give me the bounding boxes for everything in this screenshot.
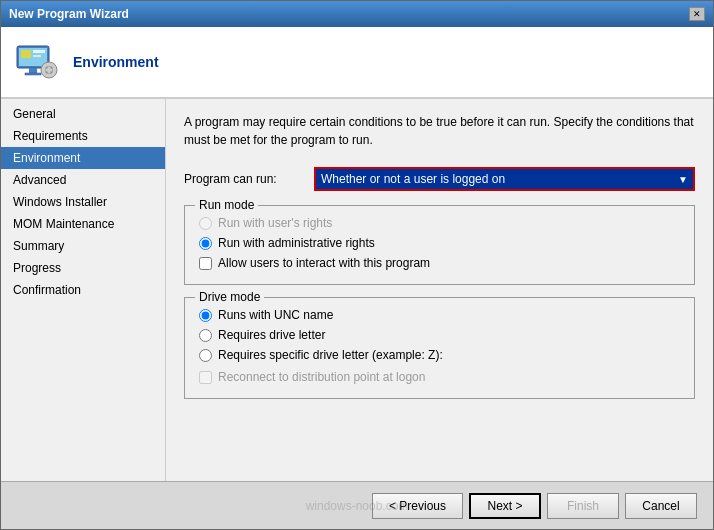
header-title: Environment xyxy=(73,54,159,70)
main-content: General Requirements Environment Advance… xyxy=(1,99,713,481)
title-bar-controls: ✕ xyxy=(689,7,705,21)
drive-mode-letter-row: Requires drive letter xyxy=(199,328,680,342)
run-mode-group: Run mode Run with user's rights Run with… xyxy=(184,205,695,285)
sidebar-item-progress[interactable]: Progress xyxy=(1,257,165,279)
environment-icon xyxy=(15,40,59,84)
sidebar-item-mom-maintenance[interactable]: MOM Maintenance xyxy=(1,213,165,235)
sidebar-item-advanced[interactable]: Advanced xyxy=(1,169,165,191)
allow-interact-row: Allow users to interact with this progra… xyxy=(199,256,680,270)
sidebar-item-environment[interactable]: Environment xyxy=(1,147,165,169)
sidebar: General Requirements Environment Advance… xyxy=(1,99,166,481)
sidebar-item-summary[interactable]: Summary xyxy=(1,235,165,257)
svg-rect-3 xyxy=(33,50,45,53)
sidebar-item-general[interactable]: General xyxy=(1,103,165,125)
wizard-window: New Program Wizard ✕ xyxy=(0,0,714,530)
run-admin-rights-label: Run with administrative rights xyxy=(218,236,375,250)
footer: windows-noob.com < Previous Next > Finis… xyxy=(1,481,713,529)
cancel-button[interactable]: Cancel xyxy=(625,493,697,519)
sidebar-item-confirmation[interactable]: Confirmation xyxy=(1,279,165,301)
allow-interact-label: Allow users to interact with this progra… xyxy=(218,256,430,270)
description-text: A program may require certain conditions… xyxy=(184,113,695,149)
program-can-run-select[interactable]: Whether or not a user is logged onOnly w… xyxy=(316,169,693,189)
content-area: A program may require certain conditions… xyxy=(166,99,713,481)
drive-specific-radio[interactable] xyxy=(199,349,212,362)
drive-mode-title: Drive mode xyxy=(195,290,264,304)
run-mode-admin-rights-row: Run with administrative rights xyxy=(199,236,680,250)
drive-letter-radio[interactable] xyxy=(199,329,212,342)
drive-specific-label: Requires specific drive letter (example:… xyxy=(218,348,443,362)
title-bar: New Program Wizard ✕ xyxy=(1,1,713,27)
run-mode-user-rights-row: Run with user's rights xyxy=(199,216,680,230)
program-can-run-dropdown-container: Whether or not a user is logged onOnly w… xyxy=(314,167,695,191)
reconnect-row: Reconnect to distribution point at logon xyxy=(199,370,680,384)
drive-mode-specific-row: Requires specific drive letter (example:… xyxy=(199,348,680,362)
sidebar-item-requirements[interactable]: Requirements xyxy=(1,125,165,147)
run-admin-rights-radio[interactable] xyxy=(199,237,212,250)
header-icon-container xyxy=(13,38,61,86)
sidebar-item-windows-installer[interactable]: Windows Installer xyxy=(1,191,165,213)
program-can-run-label: Program can run: xyxy=(184,172,314,186)
run-user-rights-radio[interactable] xyxy=(199,217,212,230)
svg-rect-6 xyxy=(25,73,41,75)
close-button[interactable]: ✕ xyxy=(689,7,705,21)
next-button[interactable]: Next > xyxy=(469,493,541,519)
drive-letter-label: Requires drive letter xyxy=(218,328,325,342)
svg-rect-5 xyxy=(29,68,37,73)
drive-mode-unc-row: Runs with UNC name xyxy=(199,308,680,322)
run-user-rights-label: Run with user's rights xyxy=(218,216,332,230)
previous-button[interactable]: < Previous xyxy=(372,493,463,519)
svg-rect-10 xyxy=(48,67,51,74)
drive-unc-radio[interactable] xyxy=(199,309,212,322)
drive-mode-group: Drive mode Runs with UNC name Requires d… xyxy=(184,297,695,399)
program-can-run-row: Program can run: Whether or not a user i… xyxy=(184,167,695,191)
allow-interact-checkbox[interactable] xyxy=(199,257,212,270)
header-section: Environment xyxy=(1,27,713,99)
reconnect-checkbox[interactable] xyxy=(199,371,212,384)
finish-button[interactable]: Finish xyxy=(547,493,619,519)
run-mode-title: Run mode xyxy=(195,198,258,212)
drive-unc-label: Runs with UNC name xyxy=(218,308,333,322)
window-title: New Program Wizard xyxy=(9,7,129,21)
svg-rect-4 xyxy=(33,55,41,57)
svg-rect-2 xyxy=(21,50,31,58)
reconnect-label: Reconnect to distribution point at logon xyxy=(218,370,425,384)
